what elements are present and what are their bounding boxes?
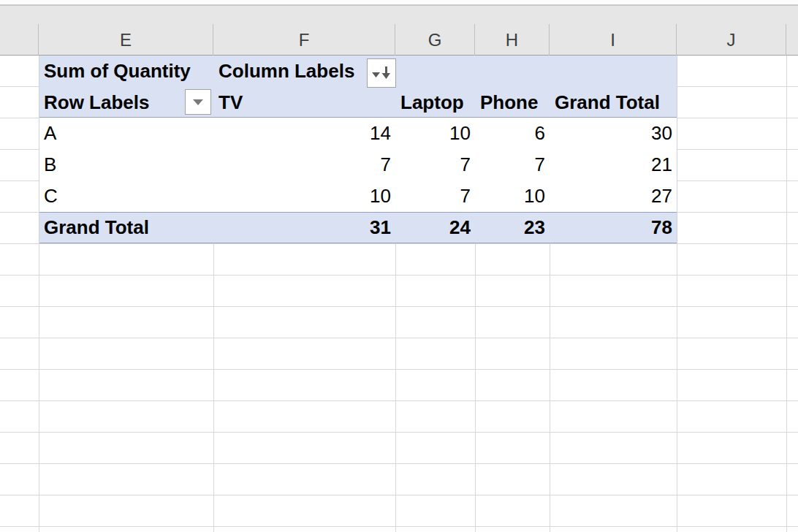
row-total-cell[interactable]: 21 [550, 149, 677, 180]
value-cell[interactable]: 7 [395, 149, 475, 180]
row-label-cell[interactable]: B [39, 149, 213, 180]
column-header-h[interactable]: H [475, 24, 550, 56]
grand-total-cell[interactable]: 31 [213, 213, 395, 243]
pivot-data-row: B 7 7 7 21 [39, 149, 677, 180]
pivot-right-edge-line [677, 56, 677, 243]
row-labels-filter-button[interactable] [185, 89, 211, 115]
grand-total-cell[interactable]: 78 [550, 213, 677, 243]
spreadsheet-app: E F G H I J Sum of Quantity Column Label… [0, 0, 798, 532]
pivot-table: Sum of Quantity Column Labels Row Labels… [39, 56, 677, 243]
column-item-phone[interactable]: Phone [475, 87, 550, 118]
value-field-cell[interactable]: Sum of Quantity [39, 56, 213, 87]
column-header-row: E F G H I J [0, 24, 798, 56]
column-header-partial-d[interactable] [0, 24, 39, 56]
gridline-vertical [786, 56, 787, 532]
value-cell[interactable]: 7 [213, 149, 395, 180]
value-cell[interactable]: 10 [213, 180, 395, 212]
value-cell[interactable]: 6 [475, 118, 550, 149]
row-total-cell[interactable]: 30 [550, 118, 677, 149]
column-item-tv[interactable]: TV [213, 87, 395, 118]
grand-total-label-cell[interactable]: Grand Total [39, 213, 213, 243]
column-header-i[interactable]: I [550, 24, 677, 56]
grand-total-cell[interactable]: 23 [475, 213, 550, 243]
column-labels-filter-button[interactable] [367, 58, 396, 88]
column-header-j[interactable]: J [677, 24, 786, 56]
column-item-laptop[interactable]: Laptop [395, 87, 475, 118]
pivot-left-edge-line [39, 56, 39, 243]
column-header-g[interactable]: G [395, 24, 475, 56]
column-header-e[interactable]: E [39, 24, 213, 56]
column-header-partial-k[interactable] [786, 24, 798, 56]
pivot-field-row: Sum of Quantity Column Labels [39, 56, 677, 87]
column-item-grand-total[interactable]: Grand Total [550, 87, 677, 118]
column-header-f[interactable]: F [213, 24, 395, 56]
column-header-chrome: E F G H I J [0, 6, 798, 56]
filter-dropdown-icon [192, 99, 204, 106]
value-cell[interactable]: 10 [395, 118, 475, 149]
pivot-column-header-row: Row Labels TV Laptop Phone Grand Total [39, 87, 677, 118]
value-cell[interactable]: 10 [475, 180, 550, 212]
value-cell[interactable]: 7 [475, 149, 550, 180]
pivot-data-row: C 10 7 10 27 [39, 180, 677, 212]
row-total-cell[interactable]: 27 [550, 180, 677, 212]
value-cell[interactable]: 14 [213, 118, 395, 149]
sort-descending-filter-icon [371, 64, 392, 82]
row-label-cell[interactable]: C [39, 180, 213, 212]
pivot-grand-total-row: Grand Total 31 24 23 78 [39, 212, 677, 243]
grand-total-cell[interactable]: 24 [395, 213, 475, 243]
pivot-data-row: A 14 10 6 30 [39, 118, 677, 149]
value-cell[interactable]: 7 [395, 180, 475, 212]
row-label-cell[interactable]: A [39, 118, 213, 149]
